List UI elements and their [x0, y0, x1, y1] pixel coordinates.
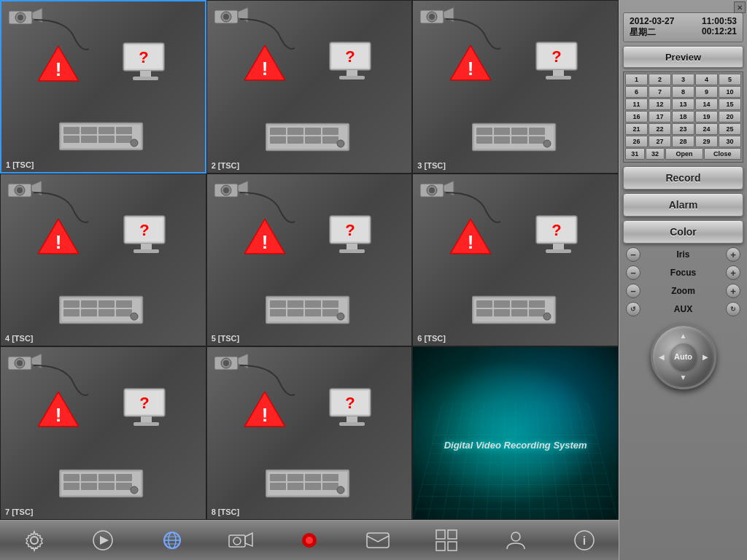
focus-row: − Focus +	[623, 265, 743, 280]
alarm-button[interactable]: Alarm	[623, 193, 743, 217]
ch-btn-3[interactable]: 3	[672, 74, 694, 85]
svg-rect-62	[494, 128, 510, 135]
ch-btn-11[interactable]: 11	[625, 98, 648, 110]
ch-btn-6[interactable]: 6	[625, 86, 648, 98]
ch-btn-31[interactable]: 31	[625, 148, 645, 160]
svg-point-193	[233, 537, 241, 545]
aux-left-button[interactable]: ↺	[626, 302, 640, 316]
record-taskbar-icon	[298, 529, 321, 552]
ch-btn-26[interactable]: 26	[625, 136, 648, 147]
video-cell-3[interactable]: ! ?	[412, 0, 619, 174]
weekday-value: 星期二	[630, 26, 656, 39]
video-cell-6[interactable]: ! ?	[412, 174, 619, 347]
preview-button[interactable]: Preview	[623, 46, 743, 68]
ch-btn-24[interactable]: 24	[695, 123, 718, 135]
svg-rect-131	[494, 300, 510, 308]
svg-point-140	[17, 360, 23, 366]
zoom-minus-button[interactable]: −	[626, 284, 640, 298]
svg-rect-135	[529, 300, 545, 308]
ch-btn-29[interactable]: 29	[695, 136, 718, 147]
ch-btn-10[interactable]: 10	[719, 86, 741, 98]
message-button[interactable]	[363, 526, 392, 555]
svg-rect-85	[81, 300, 97, 308]
ch-btn-4[interactable]: 4	[695, 74, 718, 85]
video-cell-8[interactable]: ! ?	[206, 346, 413, 520]
ch-btn-25[interactable]: 25	[719, 123, 741, 135]
svg-rect-158	[116, 474, 132, 481]
monitor-icon-8: ?	[328, 387, 376, 431]
joystick[interactable]: ◀ Auto ▶	[651, 324, 716, 389]
cell-label-6: 6 [TSC]	[417, 334, 446, 343]
play-button[interactable]	[88, 526, 117, 555]
ch-btn-27[interactable]: 27	[649, 136, 671, 147]
ch-btn-17[interactable]: 17	[649, 111, 671, 122]
focus-plus-button[interactable]: +	[726, 265, 740, 280]
svg-rect-132	[494, 309, 510, 316]
video-cell-5[interactable]: ! ?	[206, 174, 413, 347]
svg-rect-111	[305, 309, 321, 316]
svg-rect-84	[63, 309, 80, 316]
ch-btn-9[interactable]: 9	[695, 86, 718, 98]
close-button[interactable]: ✕	[734, 1, 746, 13]
user-button[interactable]	[501, 526, 530, 555]
ch-btn-1[interactable]: 1	[625, 74, 648, 85]
ch-btn-30[interactable]: 30	[719, 136, 741, 147]
iris-minus-button[interactable]: −	[626, 247, 640, 262]
ch-btn-close[interactable]: Close	[704, 148, 741, 160]
svg-text:?: ?	[346, 394, 355, 412]
aux-right-button[interactable]: ↻	[726, 302, 740, 316]
ch-btn-23[interactable]: 23	[672, 123, 694, 135]
svg-rect-176	[270, 483, 286, 490]
ch-btn-5[interactable]: 5	[719, 74, 741, 85]
cable-svg-7	[30, 362, 103, 398]
ch-row-6: 26 27 28 29 30	[625, 136, 741, 147]
ch-btn-21[interactable]: 21	[625, 123, 648, 135]
svg-rect-113	[322, 309, 338, 316]
settings-button[interactable]	[20, 526, 49, 555]
color-button[interactable]: Color	[623, 220, 743, 244]
cable-svg-4	[30, 189, 103, 225]
ch-btn-14[interactable]: 14	[695, 98, 718, 110]
svg-rect-61	[476, 136, 492, 144]
ch-btn-22[interactable]: 22	[649, 123, 671, 135]
record-button[interactable]: Record	[623, 166, 743, 190]
svg-rect-155	[81, 483, 97, 490]
record-taskbar-button[interactable]	[295, 526, 324, 555]
ch-btn-28[interactable]: 28	[672, 136, 694, 147]
ch-btn-7[interactable]: 7	[649, 86, 671, 98]
svg-rect-175	[270, 474, 286, 481]
video-cell-2[interactable]: ! ?	[206, 0, 413, 174]
ch-btn-8[interactable]: 8	[672, 86, 694, 98]
joystick-center: Auto	[670, 343, 697, 370]
ch-btn-13[interactable]: 13	[672, 98, 694, 110]
zoom-plus-button[interactable]: +	[726, 284, 740, 298]
joystick-right-icon: ▶	[703, 353, 708, 361]
svg-point-137	[543, 313, 551, 320]
dvr-box-2	[266, 120, 353, 155]
svg-text:?: ?	[139, 394, 149, 412]
info-button[interactable]: i	[570, 526, 599, 555]
video-cell-4[interactable]: ! ?	[0, 174, 206, 347]
ch-btn-2[interactable]: 2	[649, 74, 671, 85]
focus-minus-button[interactable]: −	[626, 265, 640, 280]
camera-button[interactable]	[226, 526, 255, 555]
ch-btn-18[interactable]: 18	[672, 111, 694, 122]
ch-btn-16[interactable]: 16	[625, 111, 648, 122]
ch-btn-19[interactable]: 19	[695, 111, 718, 122]
monitor-icon-2: ?	[328, 41, 376, 85]
iris-plus-button[interactable]: +	[726, 247, 740, 262]
grid-button[interactable]	[432, 526, 461, 555]
video-cell-1[interactable]: ! ?	[0, 0, 206, 174]
ch-btn-15[interactable]: 15	[719, 98, 741, 110]
ch-btn-32[interactable]: 32	[646, 148, 665, 160]
video-cell-7[interactable]: ! ?	[0, 346, 206, 520]
ch-btn-open[interactable]: Open	[665, 148, 703, 160]
user-icon	[504, 529, 527, 552]
svg-text:?: ?	[346, 47, 355, 66]
main-container: ! ?	[0, 0, 747, 560]
ch-btn-12[interactable]: 12	[649, 98, 671, 110]
sidebar: ✕ 2012-03-27 11:00:53 星期二 00:12:21 Previ…	[619, 0, 747, 560]
ie-button[interactable]	[158, 526, 187, 555]
svg-point-196	[306, 537, 313, 544]
ch-btn-20[interactable]: 20	[719, 111, 741, 122]
